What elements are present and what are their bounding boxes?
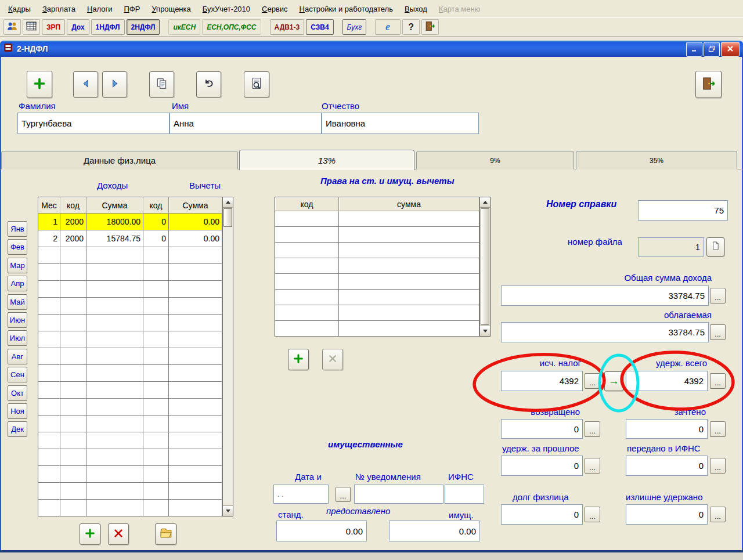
notification-date-field[interactable]: . . bbox=[273, 485, 329, 504]
taxable-detail-button[interactable]: ... bbox=[710, 324, 726, 340]
month-button[interactable]: Авг bbox=[8, 349, 27, 364]
file-number-field[interactable]: 1 bbox=[638, 237, 704, 256]
month-button[interactable]: Мар bbox=[8, 258, 27, 273]
undo-button[interactable] bbox=[196, 71, 221, 97]
withheld-total-field[interactable]: 4392 bbox=[626, 371, 708, 391]
income-row[interactable] bbox=[38, 315, 233, 331]
income-scrollbar[interactable] bbox=[222, 197, 233, 516]
toolbar-button[interactable]: 2НДФЛ bbox=[127, 19, 160, 35]
excess-withheld-field[interactable]: 0 bbox=[626, 504, 708, 525]
income-row[interactable] bbox=[38, 449, 233, 466]
menu-item[interactable]: Налоги bbox=[81, 2, 118, 16]
ie-icon-button[interactable]: e bbox=[375, 19, 401, 35]
calculated-tax-detail-button[interactable]: ... bbox=[585, 373, 600, 389]
total-income-field[interactable]: 33784.75 bbox=[501, 286, 709, 306]
income-row[interactable] bbox=[38, 298, 233, 315]
property-provided-field[interactable]: 0.00 bbox=[389, 521, 480, 541]
ifns-code-field[interactable] bbox=[445, 485, 484, 504]
menu-item[interactable]: Зарплата bbox=[37, 2, 81, 16]
month-button[interactable]: Окт bbox=[8, 385, 27, 401]
returned-field[interactable]: 0 bbox=[501, 419, 583, 439]
toolbar-button[interactable]: 1НДФЛ bbox=[91, 19, 125, 35]
prev-record-button[interactable] bbox=[73, 71, 98, 97]
income-row[interactable]: 2200015784.7500.00 bbox=[38, 230, 233, 247]
tab-9-percent[interactable]: 9% bbox=[416, 151, 574, 169]
rights-row[interactable] bbox=[275, 274, 490, 290]
month-button[interactable]: Дек bbox=[8, 421, 27, 437]
menu-item[interactable]: Сервис bbox=[256, 2, 294, 16]
scroll-up-button[interactable] bbox=[223, 197, 233, 208]
patronymic-field[interactable]: Ивановна bbox=[322, 113, 479, 134]
excess-detail-button[interactable]: ... bbox=[710, 507, 726, 522]
notification-number-field[interactable] bbox=[354, 485, 443, 504]
minimize-button[interactable] bbox=[686, 42, 702, 57]
toolbar-button[interactable]: ЕСН,ОПС,ФСС bbox=[202, 19, 261, 35]
help-icon-button[interactable]: ? bbox=[402, 19, 420, 35]
rights-row[interactable] bbox=[275, 258, 490, 274]
tab-person-data[interactable]: Данные физ.лица bbox=[1, 151, 238, 169]
close-button[interactable] bbox=[721, 42, 740, 57]
standard-provided-field[interactable]: 0.00 bbox=[276, 521, 367, 541]
month-button[interactable]: Июн bbox=[8, 312, 27, 328]
calculated-tax-field[interactable]: 4392 bbox=[501, 371, 583, 391]
add-right-button[interactable] bbox=[288, 349, 309, 370]
scroll-down-button[interactable] bbox=[480, 326, 490, 336]
income-row[interactable] bbox=[38, 416, 233, 432]
transferred-detail-button[interactable]: ... bbox=[710, 458, 726, 474]
income-row[interactable] bbox=[38, 331, 233, 348]
income-row[interactable] bbox=[38, 399, 233, 416]
transferred-ifns-field[interactable]: 0 bbox=[626, 456, 708, 476]
restore-button[interactable] bbox=[704, 42, 720, 57]
menu-item[interactable]: БухУчет-2010 bbox=[197, 2, 256, 16]
credited-detail-button[interactable]: ... bbox=[710, 421, 726, 437]
delete-income-row-button[interactable] bbox=[108, 523, 129, 545]
income-row[interactable] bbox=[38, 483, 233, 500]
income-row[interactable]: 1200018000.0000.00 bbox=[38, 214, 233, 230]
withheld-past-detail-button[interactable]: ... bbox=[585, 458, 600, 474]
rights-row[interactable] bbox=[275, 321, 490, 337]
next-record-button[interactable] bbox=[102, 71, 127, 97]
menu-item[interactable]: ПФР bbox=[118, 2, 146, 16]
toolbar-button[interactable]: ЗРП bbox=[42, 19, 65, 35]
delete-right-button[interactable] bbox=[322, 349, 343, 370]
preview-button[interactable] bbox=[244, 71, 269, 97]
income-row[interactable] bbox=[38, 382, 233, 399]
menu-item[interactable]: Кадры bbox=[2, 2, 37, 16]
income-row[interactable] bbox=[38, 432, 233, 449]
month-button[interactable]: Апр bbox=[8, 276, 27, 291]
taxable-field[interactable]: 33784.75 bbox=[501, 322, 709, 342]
scroll-up-button[interactable] bbox=[480, 197, 490, 208]
name-field[interactable]: Анна bbox=[169, 113, 322, 134]
table-icon-button[interactable] bbox=[23, 19, 40, 35]
person-debt-detail-button[interactable]: ... bbox=[585, 507, 600, 522]
scroll-down-button[interactable] bbox=[223, 505, 233, 516]
month-button[interactable]: Май bbox=[8, 294, 27, 310]
date-picker-button[interactable]: ... bbox=[336, 487, 351, 502]
month-button[interactable]: Ноя bbox=[8, 403, 27, 419]
month-button[interactable]: Янв bbox=[8, 221, 27, 237]
employees-icon-button[interactable] bbox=[3, 19, 21, 35]
certificate-number-field[interactable]: 75 bbox=[638, 200, 728, 221]
rights-row[interactable] bbox=[275, 211, 490, 227]
scroll-thumb[interactable] bbox=[481, 208, 489, 325]
file-document-button[interactable] bbox=[706, 237, 724, 256]
income-row[interactable] bbox=[38, 500, 233, 516]
exit-form-button[interactable] bbox=[695, 71, 722, 98]
copy-tax-arrow-button[interactable]: → bbox=[604, 371, 623, 391]
returned-detail-button[interactable]: ... bbox=[585, 421, 600, 437]
toolbar-button[interactable]: Бухг bbox=[342, 19, 366, 35]
menu-item[interactable]: Упрощенка bbox=[146, 2, 196, 16]
withheld-past-field[interactable]: 0 bbox=[501, 456, 583, 476]
menu-item[interactable]: Настройки и работодатель bbox=[294, 2, 399, 16]
copy-button[interactable] bbox=[149, 71, 174, 97]
rights-row[interactable] bbox=[275, 305, 490, 321]
month-button[interactable]: Сен bbox=[8, 367, 27, 382]
income-row[interactable] bbox=[38, 365, 233, 382]
rights-row[interactable] bbox=[275, 290, 490, 305]
credited-field[interactable]: 0 bbox=[626, 419, 708, 439]
tab-13-percent[interactable]: 13% bbox=[239, 150, 414, 170]
toolbar-button[interactable]: Дох bbox=[67, 19, 89, 35]
add-record-button[interactable] bbox=[27, 71, 52, 98]
rights-row[interactable] bbox=[275, 243, 490, 258]
toolbar-button[interactable]: икЕСН bbox=[168, 19, 200, 35]
